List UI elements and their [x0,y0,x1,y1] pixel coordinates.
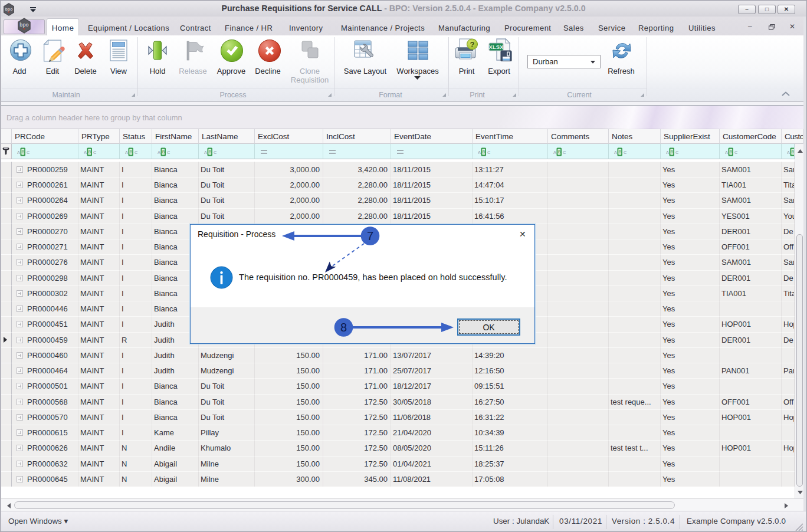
svg-text:8: 8 [340,321,347,334]
svg-text:7: 7 [367,229,373,242]
